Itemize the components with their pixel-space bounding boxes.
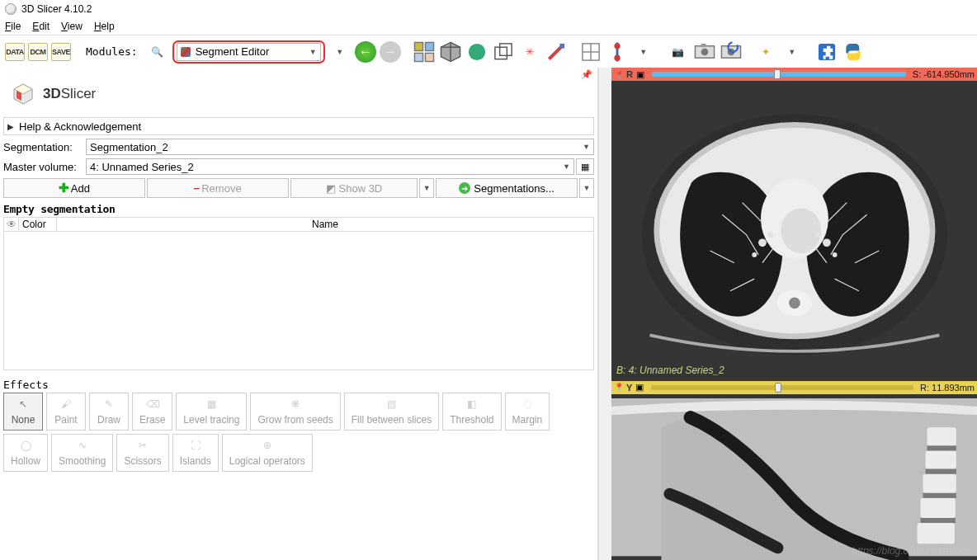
wire-cube-icon[interactable] — [492, 40, 515, 64]
yellow-letter: Y — [626, 383, 632, 393]
menu-help[interactable]: Help — [94, 21, 115, 32]
svg-point-7 — [469, 43, 485, 59]
color-column[interactable]: Color — [19, 219, 57, 230]
search-module-icon[interactable]: 🔍 — [146, 40, 169, 64]
svg-point-30 — [781, 209, 821, 254]
menu-edit[interactable]: Edit — [32, 21, 50, 32]
segment-buttons: ✚Add −Remove ◩Show 3D ▼ ➜Segmentations..… — [3, 178, 594, 198]
fx-hollow[interactable]: ◯Hollow — [3, 434, 48, 472]
modules-label: Modules: — [86, 45, 138, 58]
module-selector[interactable]: Segment Editor ▼ — [172, 40, 325, 64]
red-slice-body[interactable]: B: 4: Unnamed Series_2 — [611, 81, 977, 381]
chevron-down-icon: ▼ — [309, 48, 317, 56]
svg-rect-41 — [927, 427, 956, 445]
show-3d-button[interactable]: ◩Show 3D — [290, 178, 418, 198]
fx-paint[interactable]: 🖌Paint — [46, 393, 86, 431]
fx-erase[interactable]: ⌫Erase — [132, 393, 172, 431]
scene-view-icon[interactable] — [693, 40, 716, 64]
slice-intersect-icon[interactable] — [606, 40, 629, 64]
svg-point-15 — [614, 43, 620, 49]
yellow-slice-slider[interactable] — [651, 385, 913, 390]
fx-none[interactable]: ↖None — [3, 393, 43, 431]
svg-point-34 — [767, 232, 773, 238]
screenshot-icon[interactable]: 📷 — [667, 40, 690, 64]
fx-draw[interactable]: ✎Draw — [89, 393, 129, 431]
red-slider-thumb[interactable] — [774, 69, 781, 79]
fx-grow-from-seeds[interactable]: ❋Grow from seeds — [250, 393, 340, 431]
segmentation-label: Segmentation: — [3, 141, 86, 153]
red-slice-header: 📍 R ▣ S: -614.950mm — [611, 68, 977, 81]
visibility-icon[interactable]: ▣ — [636, 69, 644, 80]
chevron-down-icon: ▼ — [583, 143, 590, 151]
cross-target-dropdown[interactable]: ▼ — [781, 40, 804, 64]
yellow-slider-thumb[interactable] — [775, 383, 781, 393]
effects-label: Effects — [3, 379, 594, 391]
menu-file[interactable]: File — [5, 21, 21, 32]
fx-scissors[interactable]: ✂Scissors — [116, 434, 168, 472]
slice-intersect-dropdown[interactable]: ▼ — [632, 40, 655, 64]
fx-margin[interactable]: ◌Margin — [505, 393, 550, 431]
green-sphere-icon[interactable] — [465, 40, 489, 64]
red-slice-slider[interactable] — [652, 72, 906, 77]
svg-rect-48 — [923, 492, 956, 497]
fx-fill-between-slices[interactable]: ▤Fill between slices — [344, 393, 439, 431]
segmentations-button[interactable]: ➜Segmentations... — [436, 178, 578, 198]
svg-point-18 — [701, 48, 708, 55]
segmentation-combo[interactable]: Segmentation_2 ▼ — [86, 139, 594, 155]
fx-islands[interactable]: ⛶Islands — [172, 434, 219, 472]
fx-level-tracing[interactable]: ▦Level tracing — [176, 393, 247, 431]
visibility-column-icon[interactable]: 👁 — [4, 219, 19, 230]
load-data-button[interactable]: DATA — [5, 43, 25, 61]
panel-pin-icon[interactable]: 📌 — [581, 69, 592, 80]
layout-icon[interactable] — [413, 40, 436, 64]
segment-table[interactable] — [3, 232, 594, 370]
yellow-readout: R: 11.893mm — [920, 383, 975, 393]
svg-rect-8 — [495, 47, 507, 59]
panel-scrollbar[interactable] — [598, 68, 611, 560]
cross-target-icon[interactable]: ✦ — [754, 40, 777, 64]
nav-back-button[interactable]: ← — [355, 41, 376, 63]
pin-icon[interactable]: 📍 — [614, 383, 624, 392]
sagittal-ct-image — [611, 394, 977, 560]
module-title: 3DSlicer — [43, 86, 96, 102]
master-volume-combo[interactable]: 4: Unnamed Series_2 ▼ — [86, 158, 574, 175]
slicer-logo-icon — [12, 82, 35, 106]
paint-tool-icon[interactable] — [545, 40, 568, 64]
visibility-icon[interactable]: ▣ — [635, 382, 644, 393]
yellow-slice-body[interactable] — [611, 394, 977, 560]
crosshair-icon[interactable] — [579, 40, 602, 64]
svg-rect-45 — [918, 523, 955, 544]
chevron-down-icon: ▼ — [563, 162, 570, 171]
app-icon — [5, 3, 17, 15]
geometry-button[interactable]: ▦ — [576, 158, 594, 175]
menu-view[interactable]: View — [61, 21, 83, 32]
pin-icon[interactable]: 📍 — [614, 70, 624, 79]
scene-view-restore-icon[interactable] — [720, 40, 743, 64]
svg-rect-0 — [414, 42, 422, 50]
fx-threshold[interactable]: ◧Threshold — [442, 393, 501, 431]
svg-rect-47 — [926, 468, 956, 473]
add-segment-button[interactable]: ✚Add — [3, 178, 145, 198]
fiducial-icon[interactable]: ✳ — [518, 40, 541, 64]
effects-grid: ↖None 🖌Paint ✎Draw ⌫Erase ▦Level tracing… — [3, 393, 594, 472]
help-acknowledgement[interactable]: ▶ Help & Acknowledgement — [3, 117, 594, 135]
fx-logical-operators[interactable]: ⊕Logical operators — [222, 434, 313, 472]
python-icon[interactable] — [842, 40, 865, 64]
fx-smoothing[interactable]: ∿Smoothing — [51, 434, 113, 472]
load-dicom-button[interactable]: DCM — [28, 43, 48, 61]
module-history-dropdown[interactable]: ▼ — [328, 40, 352, 64]
red-slice-view[interactable]: 📍 R ▣ S: -614.950mm — [611, 68, 977, 381]
svg-point-35 — [752, 252, 757, 257]
svg-point-16 — [614, 54, 620, 60]
data-cube-icon[interactable] — [439, 40, 462, 64]
svg-rect-19 — [701, 43, 706, 46]
red-readout: S: -614.950mm — [913, 69, 975, 79]
svg-rect-9 — [499, 43, 511, 54]
name-column[interactable]: Name — [57, 219, 593, 230]
show-3d-dropdown[interactable]: ▼ — [419, 178, 434, 198]
yellow-slice-view[interactable]: 📍 Y ▣ R: 11.893mm — [611, 381, 977, 560]
save-button[interactable]: SAVE — [51, 43, 71, 61]
svg-point-36 — [823, 239, 831, 247]
extensions-icon[interactable] — [815, 40, 838, 64]
segmentations-dropdown[interactable]: ▼ — [579, 178, 594, 198]
